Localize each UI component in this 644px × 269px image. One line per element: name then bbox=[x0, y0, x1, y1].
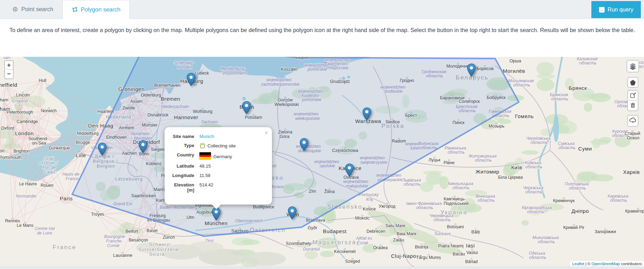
draw-polygon-control[interactable] bbox=[627, 77, 638, 88]
map-label: Botoșani bbox=[447, 224, 464, 229]
map-label: Haarlem bbox=[97, 109, 114, 114]
delete-shapes-button[interactable] bbox=[628, 101, 638, 110]
map-label: Troyes bbox=[91, 212, 104, 217]
map-label: Кривий Ріг bbox=[563, 225, 585, 230]
map-label: świętokrzyskie bbox=[360, 160, 387, 165]
map-label: Suisse/Svizzera/ bbox=[138, 247, 180, 252]
map-label: Assen bbox=[130, 99, 143, 104]
map-label: Oldenburg bbox=[141, 93, 161, 98]
map-label: Zielona bbox=[278, 130, 293, 134]
type-label: Type bbox=[169, 143, 199, 152]
map-marker-katowice[interactable] bbox=[345, 163, 354, 177]
map-label: Sachsen- bbox=[201, 120, 219, 124]
map-label: Holstein bbox=[177, 65, 192, 70]
country-value: Germany bbox=[213, 154, 232, 159]
map-label: Potsdam bbox=[245, 115, 262, 120]
map-marker-berlin[interactable] bbox=[242, 101, 251, 114]
map-label: Брянск bbox=[569, 85, 587, 91]
map-label: область bbox=[416, 205, 433, 210]
run-query-label: Run query bbox=[608, 7, 634, 13]
map-label: Normandie bbox=[16, 194, 37, 199]
map-label: Кременчук bbox=[553, 198, 575, 203]
map-marker-belgium[interactable] bbox=[98, 143, 107, 156]
map-marker-belarus[interactable] bbox=[467, 63, 476, 77]
map-label: Eindhoven bbox=[106, 135, 127, 140]
map-label: Iași bbox=[466, 243, 475, 248]
map-label: Bălți bbox=[471, 230, 480, 235]
tab-point-search[interactable]: Point search bbox=[3, 0, 62, 18]
map-label: Кам'янець- bbox=[444, 197, 466, 201]
map-label: pomorskie bbox=[307, 67, 327, 72]
map-label: Belgique / bbox=[93, 159, 118, 164]
latitude-label: Latitude bbox=[169, 163, 199, 173]
map-label: Bârlad bbox=[465, 259, 478, 264]
leaflet-link[interactable]: Leaflet bbox=[572, 262, 584, 266]
map-marker-warszawa[interactable] bbox=[362, 107, 371, 121]
map-label: Vaslui bbox=[466, 250, 478, 255]
map-label: im Breisgau bbox=[147, 218, 170, 223]
map-label: Dunkerque bbox=[48, 146, 70, 151]
map-label: Київ bbox=[511, 164, 522, 170]
map-label: Suceava bbox=[434, 231, 451, 236]
map-label: Le Havre bbox=[19, 182, 37, 186]
map-label: England bbox=[12, 99, 28, 103]
map-label: Franche- bbox=[106, 239, 123, 244]
run-query-button[interactable]: → Run query bbox=[591, 1, 641, 18]
map-label: województwo bbox=[376, 173, 401, 178]
elevation-label: Elevation [m] bbox=[169, 182, 199, 193]
map-label: Брест bbox=[405, 113, 417, 118]
map-marker-hamburg[interactable] bbox=[187, 73, 196, 86]
map-label: województwo bbox=[266, 77, 291, 82]
map-label: Гродно bbox=[400, 78, 414, 83]
run-query-icon: → bbox=[599, 7, 605, 13]
edit-shapes-button[interactable] bbox=[628, 91, 638, 101]
map-marker-wroclaw-area[interactable] bbox=[300, 138, 309, 151]
map-label: область bbox=[426, 74, 443, 78]
layers-control[interactable] bbox=[627, 60, 639, 72]
map-label: Niedersachsen bbox=[161, 104, 189, 109]
map-label: Запоріжжя bbox=[594, 229, 616, 234]
map-label: Brighton bbox=[14, 149, 30, 154]
zoom-control: + − bbox=[4, 60, 14, 79]
zoom-out-button[interactable]: − bbox=[5, 70, 13, 78]
map-marker-dusseldorf[interactable] bbox=[138, 140, 147, 153]
climate-overlay-control[interactable]: * bbox=[627, 115, 638, 127]
map-label: Strait bbox=[44, 156, 54, 161]
map-label: Оскол bbox=[627, 136, 639, 140]
map-label: Rouen bbox=[41, 183, 54, 188]
tab-polygon-search[interactable]: Polygon search bbox=[62, 0, 130, 19]
map-label: Луцьк bbox=[429, 157, 440, 162]
map-label: Bourgogne- bbox=[104, 234, 126, 239]
map-marker-wien[interactable] bbox=[288, 206, 297, 220]
map-label: Freiburg bbox=[150, 213, 166, 218]
map-label: Bremerhaven bbox=[154, 83, 180, 88]
map-label: Lincoln bbox=[16, 93, 30, 98]
popup-close-icon[interactable]: × bbox=[264, 129, 268, 136]
map-label: Aachen bbox=[122, 151, 137, 156]
map-label: de Loire bbox=[37, 231, 52, 236]
openstreetmap-link[interactable]: OpenStreetMap bbox=[592, 262, 620, 266]
map-label: область bbox=[404, 182, 421, 187]
map-label: Біла Церква bbox=[498, 175, 523, 180]
longitude-label: Longitude bbox=[169, 173, 199, 182]
map-label: Szeged bbox=[345, 259, 360, 264]
map-label: podkarpackie bbox=[377, 177, 403, 182]
map[interactable]: tainHullSheffieldLincolnghamEnglandghamP… bbox=[0, 57, 644, 267]
map-label: Hull bbox=[39, 78, 46, 83]
map-label: Prešovský bbox=[359, 192, 379, 197]
map-label: Besançon bbox=[129, 238, 148, 243]
map-label: область bbox=[559, 145, 576, 150]
map-label: Gorzów bbox=[278, 98, 293, 102]
zoom-in-button[interactable]: + bbox=[5, 61, 13, 70]
map-label: Košice bbox=[363, 207, 376, 212]
map-label: Belgien bbox=[97, 163, 115, 169]
svg-text:*: * bbox=[632, 121, 634, 124]
map-label: область bbox=[453, 185, 470, 190]
map-label: Bratislava bbox=[306, 218, 325, 223]
layers-icon bbox=[629, 62, 637, 70]
site-name-link[interactable]: Munich bbox=[199, 134, 214, 139]
map-label: Calais bbox=[44, 170, 55, 175]
map-label: область bbox=[527, 209, 544, 214]
map-label: Satu Mare bbox=[385, 223, 406, 228]
map-marker-munich[interactable] bbox=[212, 207, 221, 221]
